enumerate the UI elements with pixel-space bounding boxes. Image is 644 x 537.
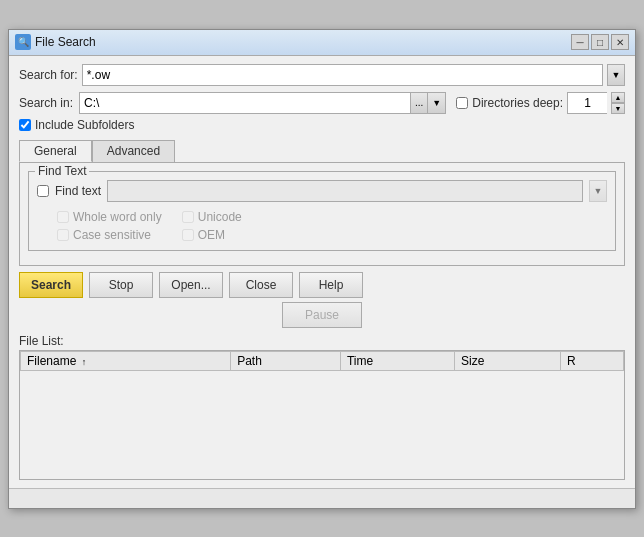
search-for-input[interactable] (82, 64, 603, 86)
search-in-input-wrap: ... ▼ (79, 92, 446, 114)
find-text-checkbox[interactable] (37, 185, 49, 197)
oem-label: OEM (198, 228, 225, 242)
case-sensitive-checkbox (57, 229, 69, 241)
directories-deep-input[interactable] (567, 92, 607, 114)
file-list-label: File List: (19, 334, 625, 348)
find-opts-row: Whole word only Case sensitive Unicode (37, 210, 607, 242)
col-time[interactable]: Time (340, 351, 454, 370)
spinner-wrap: ▲ ▼ (611, 92, 625, 114)
directories-deep-section: Directories deep: ▲ ▼ (456, 92, 625, 114)
tab-advanced[interactable]: Advanced (92, 140, 175, 162)
spinner-down-btn[interactable]: ▼ (611, 103, 625, 114)
search-for-row: Search for: ▼ (19, 64, 625, 86)
open-button[interactable]: Open... (159, 272, 223, 298)
status-bar (9, 488, 635, 508)
include-subfolders-label: Include Subfolders (35, 118, 134, 132)
minimize-button[interactable]: ─ (571, 34, 589, 50)
file-table-wrap[interactable]: Filename ↑ Path Time Size (19, 350, 625, 480)
col-r[interactable]: R (560, 351, 623, 370)
find-text-group-label: Find Text (35, 164, 89, 178)
app-icon-glyph: 🔍 (18, 37, 29, 47)
directories-deep-checkbox[interactable] (456, 97, 468, 109)
col-path[interactable]: Path (231, 351, 341, 370)
app-icon: 🔍 (15, 34, 31, 50)
search-for-label: Search for: (19, 68, 78, 82)
find-opts-col-1: Whole word only Case sensitive (57, 210, 162, 242)
unicode-checkbox (182, 211, 194, 223)
browse-button[interactable]: ... (410, 92, 428, 114)
find-text-group: Find Text Find text ▼ Whole word only (28, 171, 616, 251)
include-subfolders-row: Include Subfolders (19, 118, 625, 132)
unicode-label: Unicode (198, 210, 242, 224)
search-in-label: Search in: (19, 96, 73, 110)
help-button[interactable]: Help (299, 272, 363, 298)
close-button[interactable]: ✕ (611, 34, 629, 50)
find-text-input[interactable] (107, 180, 583, 202)
action-buttons-row: Search Stop Open... Close Help (19, 272, 625, 298)
main-content: Search for: ▼ Search in: ... ▼ Directori… (9, 56, 635, 488)
pause-row: Pause (19, 302, 625, 328)
unicode-row: Unicode (182, 210, 242, 224)
search-in-input[interactable] (79, 92, 410, 114)
search-button[interactable]: Search (19, 272, 83, 298)
tab-panel-general: Find Text Find text ▼ Whole word only (19, 162, 625, 266)
whole-word-label: Whole word only (73, 210, 162, 224)
pause-button[interactable]: Pause (282, 302, 362, 328)
whole-word-checkbox (57, 211, 69, 223)
search-in-dropdown-btn[interactable]: ▼ (428, 92, 446, 114)
find-text-row: Find text ▼ (37, 180, 607, 202)
include-subfolders-checkbox[interactable] (19, 119, 31, 131)
case-sensitive-label: Case sensitive (73, 228, 151, 242)
tabs: General Advanced (19, 140, 625, 162)
sort-asc-icon: ↑ (82, 357, 87, 367)
oem-checkbox (182, 229, 194, 241)
title-bar: 🔍 File Search ─ □ ✕ (9, 30, 635, 56)
col-filename[interactable]: Filename ↑ (21, 351, 231, 370)
find-text-dropdown-btn: ▼ (589, 180, 607, 202)
window-controls: ─ □ ✕ (571, 34, 629, 50)
tab-general[interactable]: General (19, 140, 92, 162)
window-title: File Search (35, 35, 571, 49)
file-table: Filename ↑ Path Time Size (20, 351, 624, 371)
main-window: 🔍 File Search ─ □ ✕ Search for: ▼ Search… (8, 29, 636, 509)
maximize-button[interactable]: □ (591, 34, 609, 50)
close-button-action[interactable]: Close (229, 272, 293, 298)
case-sensitive-row: Case sensitive (57, 228, 162, 242)
directories-deep-label: Directories deep: (472, 96, 563, 110)
find-text-label: Find text (55, 184, 101, 198)
search-in-row: Search in: ... ▼ (19, 92, 446, 114)
stop-button[interactable]: Stop (89, 272, 153, 298)
find-opts-col-2: Unicode OEM (182, 210, 242, 242)
search-for-dropdown-btn[interactable]: ▼ (607, 64, 625, 86)
spinner-up-btn[interactable]: ▲ (611, 92, 625, 103)
oem-row: OEM (182, 228, 242, 242)
col-size[interactable]: Size (455, 351, 561, 370)
whole-word-row: Whole word only (57, 210, 162, 224)
table-header: Filename ↑ Path Time Size (21, 351, 624, 370)
